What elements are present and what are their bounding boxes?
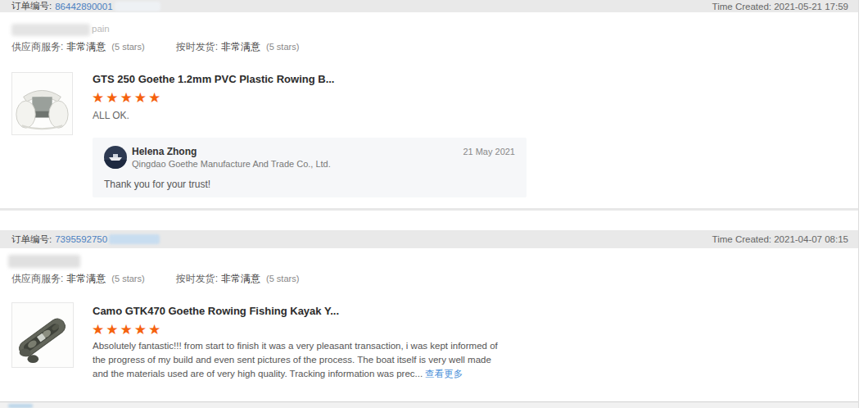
see-more-link[interactable]: 查看更多: [425, 369, 463, 379]
on-time-delivery-group: 按时发货: 非常满意 (5 stars): [176, 272, 300, 286]
panel-right-border: [858, 0, 859, 408]
order-header-bar: 订单编号: 86442890001 Time Created: 2021-05-…: [0, 0, 858, 12]
product-title[interactable]: GTS 250 Goethe 1.2mm PVC Plastic Rowing …: [93, 73, 334, 85]
supplier-service-stars-note: (5 stars): [111, 42, 144, 52]
inflatable-dinghy-image: [12, 73, 72, 134]
review-text: ALL OK.: [93, 110, 129, 121]
review-star-rating: ★★★★★: [92, 91, 162, 105]
order-number-blur: [115, 2, 160, 11]
on-time-delivery-group: 按时发货: 非常满意 (5 stars): [176, 40, 300, 54]
on-time-delivery-stars-note: (5 stars): [266, 42, 299, 52]
review-star-rating: ★★★★★: [92, 323, 162, 337]
supplier-service-stars-note: (5 stars): [111, 274, 144, 283]
reply-date: 21 May 2021: [463, 147, 515, 156]
on-time-delivery-value: 非常满意: [221, 272, 260, 286]
supplier-service-label: 供应商服务:: [11, 40, 63, 54]
camo-kayak-image: [12, 303, 73, 367]
order-number-label: 订单编号:: [11, 0, 52, 12]
time-created: Time Created: 2021-05-21 17:59: [712, 2, 848, 11]
review-text-block: Absolutely fantastic!!! from start to fi…: [93, 339, 504, 381]
buyer-name-blur: [11, 24, 90, 36]
buyer-name-suffix: pain: [92, 24, 110, 34]
reply-message: Thank you for your trust!: [104, 179, 210, 190]
on-time-delivery-label: 按时发货:: [176, 40, 218, 54]
review-list-page: 订单编号: 86442890001 Time Created: 2021-05-…: [0, 0, 868, 408]
time-created: Time Created: 2021-04-07 08:15: [712, 234, 848, 244]
product-title[interactable]: Camo GTK470 Goethe Rowing Fishing Kayak …: [93, 305, 339, 317]
on-time-delivery-stars-note: (5 stars): [266, 274, 299, 283]
order-number-blur: [109, 234, 160, 244]
supplier-ratings-row: 供应商服务: 非常满意 (5 stars) 按时发货: 非常满意 (5 star…: [11, 40, 299, 54]
order-header-bar: 订单编号: 7395592750 Time Created: 2021-04-0…: [0, 230, 858, 248]
avatar-boat-photo: [104, 146, 127, 169]
order-number-link[interactable]: 86442890001: [55, 2, 112, 11]
order-number-row: 订单编号: 7395592750: [11, 233, 160, 246]
next-order-number-blur: [8, 404, 33, 408]
supplier-avatar: [104, 146, 127, 169]
next-order-bar-cutoff: [0, 401, 858, 408]
supplier-service-value: 非常满意: [66, 40, 106, 54]
order-number-row: 订单编号: 86442890001: [11, 0, 160, 12]
buyer-name-blur: [8, 255, 80, 268]
supplier-reply-box: Helena Zhong Qingdao Goethe Manufacture …: [93, 138, 527, 197]
order-number-link[interactable]: 7395592750: [55, 234, 107, 244]
supplier-service-label: 供应商服务:: [11, 272, 63, 286]
product-thumbnail-kayak[interactable]: [11, 302, 74, 368]
product-thumbnail-boat[interactable]: [11, 72, 73, 135]
section-divider: [0, 208, 858, 211]
supplier-ratings-row: 供应商服务: 非常满意 (5 stars) 按时发货: 非常满意 (5 star…: [11, 272, 299, 286]
reply-author-name: Helena Zhong: [132, 146, 197, 157]
on-time-delivery-label: 按时发货:: [176, 272, 218, 286]
on-time-delivery-value: 非常满意: [221, 40, 260, 54]
reply-author-company: Qingdao Goethe Manufacture And Trade Co.…: [132, 159, 331, 169]
supplier-service-value: 非常满意: [66, 272, 106, 286]
order-number-label: 订单编号:: [11, 233, 52, 246]
